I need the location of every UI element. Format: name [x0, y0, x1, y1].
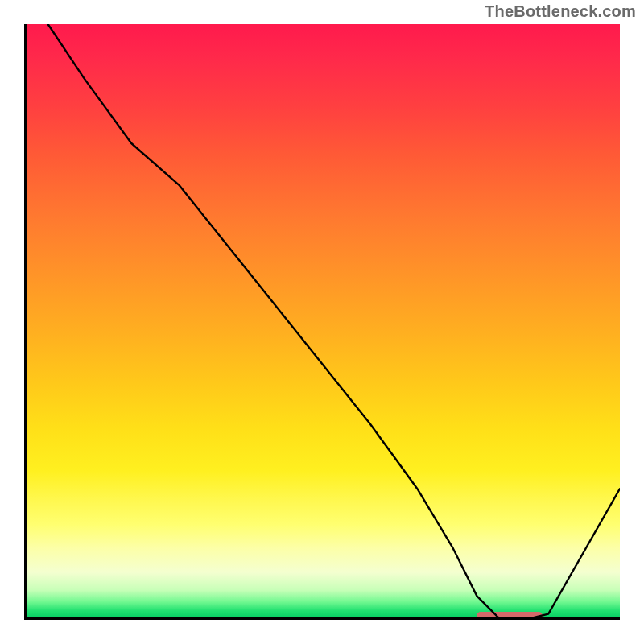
optimal-range-marker [477, 612, 542, 620]
watermark-text: TheBottleneck.com [485, 2, 636, 21]
plot-area [24, 24, 620, 620]
chart-container: TheBottleneck.com [0, 0, 644, 644]
gradient-background [24, 24, 620, 620]
